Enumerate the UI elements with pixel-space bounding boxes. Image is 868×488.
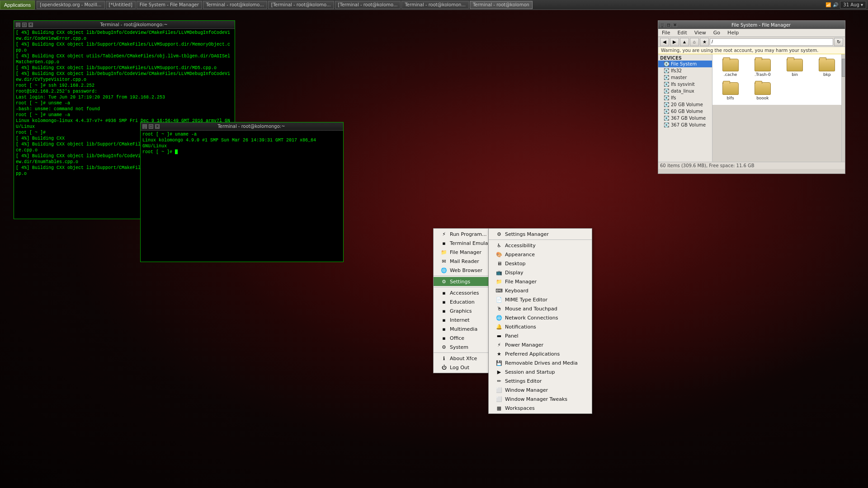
display-icon: 📺 — [496, 269, 502, 276]
settings-keyboard[interactable]: ⌨ Keyboard — [489, 286, 592, 295]
fm-menu-view[interactable]: View — [693, 30, 708, 36]
desktop-icon: 🖥 — [496, 260, 502, 267]
terminal-line: root [ ~ ]# uname -a — [16, 112, 233, 118]
fm-menu-go[interactable]: Go — [712, 30, 722, 36]
office-icon: ▪ — [441, 335, 447, 341]
settings-notifications[interactable]: 🔔 Notifications — [489, 322, 592, 331]
fm-sidebar-60gb[interactable]: 💽 60 GB Volume — [658, 108, 712, 115]
settings-wm-tweaks[interactable]: ⬜ Window Manager Tweaks — [489, 394, 592, 404]
file-bkp[interactable]: bkp — [812, 57, 842, 79]
network-settings-icon: 🌐 — [496, 314, 502, 321]
taskbar-item-7[interactable]: Terminal - root@kolomon — [470, 1, 533, 9]
fm-sidebar-20gb[interactable]: 💽 20 GB Volume — [658, 101, 712, 108]
applications-button[interactable]: Applications — [0, 0, 35, 9]
settings-submenu: ⚙ Settings Manager ♿ Accessibility 🎨 App… — [488, 228, 592, 414]
settings-display[interactable]: 📺 Display — [489, 268, 592, 277]
settings-manager-item[interactable]: ⚙ Settings Manager — [489, 230, 592, 239]
settings-removable[interactable]: 💾 Removable Drives and Media — [489, 358, 592, 367]
taskbar-item-0[interactable]: [opendesktop.org - Mozill... — [37, 1, 104, 9]
settings-power[interactable]: ⚡ Power Manager — [489, 340, 592, 349]
fm-up-button[interactable]: ▲ — [680, 38, 689, 46]
fm-minimize-button[interactable]: _ — [660, 23, 665, 27]
folder-icon-cache — [722, 59, 739, 71]
terminal-line: -bash: unsme: command not found — [16, 106, 233, 112]
settings-file-manager[interactable]: 📁 File Manager — [489, 277, 592, 286]
maximize-button[interactable]: □ — [22, 23, 27, 27]
fm-close-button[interactable]: × — [673, 23, 677, 27]
file-bin[interactable]: bin — [780, 57, 810, 79]
fm-forward-button[interactable]: ▶ — [670, 38, 679, 46]
drive-icon: 💽 — [664, 61, 669, 66]
close-button[interactable]: × — [28, 23, 33, 27]
clock[interactable]: 31 Aug ▾ — [840, 1, 866, 9]
terminal-line: [ 4%] Building CXX object lib/DebugInfo/… — [16, 30, 233, 36]
terminal-line: MatcherGen.cpp.o — [16, 59, 233, 65]
taskbar-item-2[interactable]: File System - File Manager — [137, 1, 202, 9]
settings-editor[interactable]: ✏ Settings Editor — [489, 376, 592, 385]
terminal-line: root [ ~ ]# ssh 192.168.2.252 — [16, 83, 233, 89]
fm-sidebar-filesystem[interactable]: 💽 File System — [658, 61, 712, 67]
multimedia-icon: ▪ — [441, 326, 447, 332]
file-trash[interactable]: .Trash-0 — [747, 57, 778, 79]
file-boook[interactable]: boook — [747, 80, 778, 102]
folder-icon-blfs — [722, 82, 739, 95]
keyboard-icon: ⌨ — [496, 287, 502, 294]
fm-back-button[interactable]: ◀ — [660, 38, 669, 46]
terminal-titlebar-large: _ □ × Terminal - root@kolomongo:~ — [14, 21, 235, 29]
fm-bookmarks-button[interactable]: ★ — [700, 38, 709, 46]
file-blfs[interactable]: blfs — [715, 80, 745, 102]
terminal-line: root [ ~ ]# █ — [142, 149, 341, 155]
settings-workspaces[interactable]: ▦ Workspaces — [489, 404, 592, 413]
fm-sidebar-lfs[interactable]: 💽 lfs — [658, 94, 712, 101]
terminal-line: root@192.168.2.252's password: — [16, 89, 233, 94]
fm-address-bar[interactable] — [710, 38, 833, 46]
fm-titlebar: _ □ × File System - File Manager — [658, 21, 845, 29]
minimize-button-small[interactable]: _ — [142, 124, 147, 129]
taskbar-item-5[interactable]: [Terminal - root@kolomo... — [335, 1, 401, 9]
terminal-body-small[interactable]: root [ ~ ]# uname -aLinux kolomongo 4.9.… — [141, 131, 343, 262]
taskbar-item-4[interactable]: [Terminal - root@kolomo... — [268, 1, 334, 9]
settings-mouse[interactable]: 🖱 Mouse and Touchpad — [489, 304, 592, 313]
fm-scrollbar-thumb[interactable] — [842, 59, 845, 77]
drive-icon-10: 💽 — [664, 122, 669, 127]
settings-accessibility[interactable]: ♿ Accessibility — [489, 241, 592, 250]
fm-menu-edit[interactable]: Edit — [675, 30, 689, 36]
settings-desktop[interactable]: 🖥 Desktop — [489, 259, 592, 268]
settings-preferred-apps[interactable]: ★ Preferred Applications — [489, 349, 592, 358]
fm-reload-button[interactable]: ↻ — [834, 38, 843, 46]
terminal-line: Linux kolomongo 4.9.0 #1 SMP Sun Mar 26 … — [142, 137, 341, 149]
close-button-small[interactable]: × — [155, 124, 160, 129]
settings-network[interactable]: 🌐 Network Connections — [489, 313, 592, 322]
maximize-button-small[interactable]: □ — [149, 124, 153, 129]
fm-home-button[interactable]: ⌂ — [690, 38, 699, 46]
fm-sidebar-lfs32[interactable]: 💽 lfs32 — [658, 67, 712, 74]
session-icon: ▶ — [496, 369, 502, 375]
drive-icon-8: 💽 — [664, 109, 669, 114]
taskbar-item-1[interactable]: [*Untitled] — [106, 1, 136, 9]
settings-window-manager[interactable]: ⬜ Window Manager — [489, 385, 592, 394]
drive-icon-4: 💽 — [664, 82, 669, 87]
fm-maximize-button[interactable]: □ — [666, 23, 671, 27]
fm-menu-help[interactable]: Help — [726, 30, 741, 36]
minimize-button[interactable]: _ — [16, 23, 20, 27]
drive-icon-6: 💽 — [664, 95, 669, 100]
settings-mime-editor[interactable]: 📄 MIME Type Editor — [489, 295, 592, 304]
fm-sidebar-367gb-1[interactable]: 💽 367 GB Volume — [658, 115, 712, 122]
fm-sidebar-lfs-sysvinit[interactable]: 💽 lfs sysvinit — [658, 81, 712, 88]
settings-panel[interactable]: ▬ Panel — [489, 331, 592, 340]
fm-menu-file[interactable]: File — [660, 30, 672, 36]
fm-files-area: .cache .Trash-0 bin bkp blfs — [712, 54, 845, 105]
internet-icon: ▪ — [441, 317, 447, 323]
settings-appearance[interactable]: 🎨 Appearance — [489, 250, 592, 259]
settings-session[interactable]: ▶ Session and Startup — [489, 367, 592, 376]
terminal-line: pp.o — [16, 47, 233, 53]
fm-sidebar-data-linux[interactable]: 💽 data_linux — [658, 88, 712, 94]
file-cache[interactable]: .cache — [715, 57, 745, 79]
taskbar-item-6[interactable]: Terminal - root@kolomon... — [401, 1, 468, 9]
terminal-line: [ 4%] Building CXX object lib/DebugInfo/… — [16, 71, 233, 77]
fm-sidebar-367gb-2[interactable]: 💽 367 GB Volume — [658, 122, 712, 128]
fm-sidebar-master[interactable]: 💽 master — [658, 74, 712, 81]
fm-scrollbar[interactable] — [841, 54, 845, 162]
taskbar-item-3[interactable]: Terminal - root@kolomo... — [203, 1, 267, 9]
about-icon: ℹ — [441, 355, 447, 361]
